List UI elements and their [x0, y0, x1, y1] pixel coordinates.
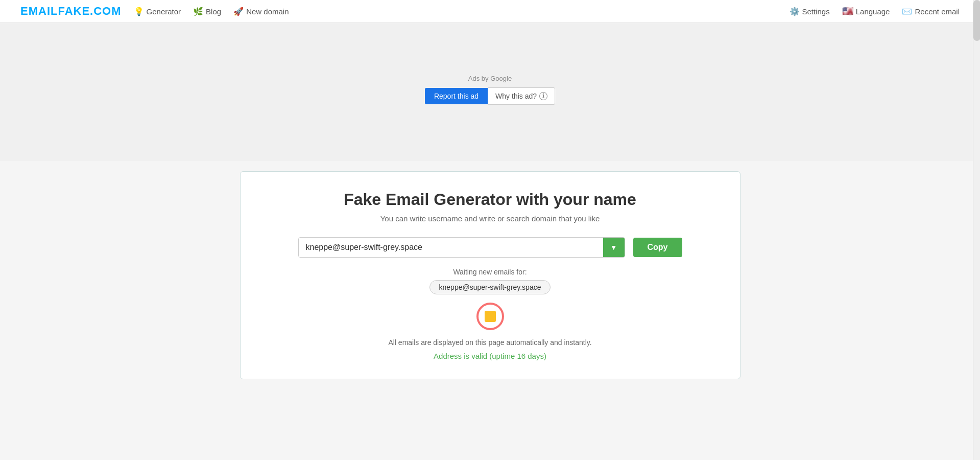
nav-item-recent-email[interactable]: ✉️ Recent email	[902, 7, 960, 16]
auto-display-text: All emails are displayed on this page au…	[261, 338, 720, 347]
nav-settings-label: Settings	[802, 7, 830, 16]
mail-icon: ✉️	[902, 7, 912, 16]
nav-recent-email-label: Recent email	[915, 7, 960, 16]
nav-blog-label: Blog	[206, 7, 221, 16]
blog-icon: 🌿	[193, 7, 203, 16]
site-logo[interactable]: EMAILFAKE.COM	[20, 5, 122, 18]
nav-item-settings[interactable]: ⚙️ Settings	[790, 7, 830, 16]
nav-item-language[interactable]: 🇺🇸 Language	[842, 6, 890, 17]
waiting-label: Waiting new emails for:	[261, 268, 720, 276]
ad-section: Ads by Google Report this ad Why this ad…	[0, 23, 980, 161]
nav-language-label: Language	[856, 7, 890, 16]
email-input-wrapper: ▼	[298, 237, 625, 258]
info-icon: ℹ	[539, 92, 547, 100]
spinner-wrapper	[261, 303, 720, 330]
waiting-section: Waiting new emails for: kneppe@super-swi…	[261, 268, 720, 294]
valid-address-text: Address is valid (uptime 16 days)	[261, 352, 720, 360]
spinner-inner	[485, 311, 496, 322]
site-header: EMAILFAKE.COM 💡 Generator 🌿 Blog 🚀 New d…	[0, 0, 980, 23]
settings-icon: ⚙️	[790, 7, 800, 16]
nav-item-new-domain[interactable]: 🚀 New domain	[233, 7, 289, 16]
main-content-box: Fake Email Generator with your name You …	[240, 171, 740, 379]
main-subtitle: You can write username and write or sear…	[261, 214, 720, 223]
why-this-ad-label: Why this ad?	[495, 92, 537, 100]
ads-by-google-label: Ads by Google	[468, 75, 512, 82]
email-row: ▼ Copy	[261, 237, 720, 258]
nav-generator-label: Generator	[147, 7, 181, 16]
header-right: ⚙️ Settings 🇺🇸 Language ✉️ Recent email	[790, 6, 960, 17]
report-ad-button[interactable]: Report this ad	[425, 88, 488, 104]
ad-buttons: Report this ad Why this ad? ℹ	[425, 87, 555, 105]
nav-item-blog[interactable]: 🌿 Blog	[193, 7, 221, 16]
waiting-email-badge: kneppe@super-swift-grey.space	[429, 280, 551, 294]
nav-new-domain-label: New domain	[246, 7, 289, 16]
loading-spinner	[476, 303, 504, 330]
nav-item-generator[interactable]: 💡 Generator	[134, 7, 181, 16]
header-left: EMAILFAKE.COM 💡 Generator 🌿 Blog 🚀 New d…	[20, 5, 289, 18]
email-input[interactable]	[299, 238, 603, 257]
flag-icon: 🇺🇸	[842, 6, 853, 17]
generator-icon: 💡	[134, 7, 144, 16]
chevron-down-icon: ▼	[610, 243, 617, 251]
scrollbar-thumb[interactable]	[973, 0, 980, 41]
domain-dropdown-button[interactable]: ▼	[603, 238, 625, 257]
scrollbar[interactable]	[973, 0, 980, 460]
why-this-ad-button[interactable]: Why this ad? ℹ	[488, 87, 555, 105]
new-domain-icon: 🚀	[233, 7, 244, 16]
copy-button[interactable]: Copy	[633, 238, 682, 257]
main-title: Fake Email Generator with your name	[261, 190, 720, 209]
